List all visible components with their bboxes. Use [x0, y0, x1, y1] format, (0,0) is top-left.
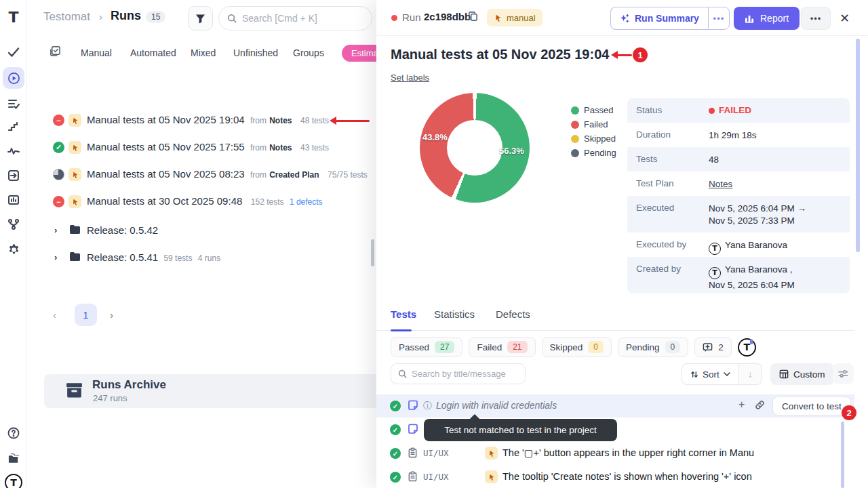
test-row[interactable]: ✓ UI/UX The '▢+' button appears in the u…	[376, 442, 854, 465]
legend-dot-skipped	[571, 135, 579, 143]
passed-count-badge: 27	[435, 341, 454, 353]
chip-label: Pending	[626, 342, 660, 352]
link-icon[interactable]	[755, 400, 765, 413]
failed-count-badge: 21	[507, 341, 527, 353]
release-row[interactable]: › Release: 0.5.42	[27, 224, 376, 251]
test-row[interactable]: ✓ ⓘ Login with invalid credentials + Con…	[376, 394, 854, 418]
filter-button[interactable]	[188, 6, 213, 30]
chevron-right-icon[interactable]: ›	[54, 225, 57, 235]
sidebar-item-import-icon[interactable]	[3, 165, 24, 186]
sidebar-item-branches-icon[interactable]	[3, 214, 24, 235]
results-donut-chart: 56.3% 43.8%	[420, 93, 530, 203]
sidebar-item-testplans-icon[interactable]	[3, 93, 24, 115]
chevron-right-icon[interactable]: ›	[54, 252, 57, 262]
tab-defects[interactable]: Defects	[496, 308, 530, 320]
list-scrollbar-thumb[interactable]	[841, 422, 844, 488]
select-runs-icon[interactable]	[50, 45, 61, 60]
release-row[interactable]: › Release: 0.5.41 59 tests 4 runs	[27, 251, 376, 278]
created-by-user: Yana Baranova ,	[725, 264, 793, 274]
detail-label: Executed	[627, 196, 709, 232]
sidebar-item-activity-icon[interactable]	[3, 140, 24, 162]
chip-comments[interactable]: 2	[694, 337, 732, 357]
run-row[interactable]: − Manual tests at 05 Nov 2025 19:04 from…	[27, 113, 376, 140]
sidebar-item-settings-icon[interactable]	[3, 239, 24, 260]
runs-search[interactable]	[218, 6, 372, 30]
run-plan: Created Plan	[269, 170, 319, 180]
overflow-menu-button[interactable]: •••	[801, 7, 831, 30]
detail-label: Status	[627, 98, 709, 123]
app-logo[interactable]: T	[3, 6, 24, 28]
close-panel-icon[interactable]: ✕	[840, 11, 850, 26]
test-title: The '▢+' button appears in the upper rig…	[502, 447, 754, 458]
add-icon[interactable]: +	[738, 399, 745, 411]
app-screen: T	[0, 0, 868, 488]
chip-skipped[interactable]: Skipped0	[542, 337, 612, 357]
detail-value-tests: 48	[709, 147, 850, 171]
page-1-button[interactable]: 1	[75, 304, 97, 326]
sort-button[interactable]: Sort	[682, 363, 739, 385]
user-avatar[interactable]: T	[3, 472, 24, 488]
tab-mixed[interactable]: Mixed	[191, 47, 216, 58]
tab-tests[interactable]: Tests	[391, 308, 416, 320]
sidebar-item-runs-icon[interactable]	[3, 67, 24, 89]
annotation-arrowline-1	[617, 54, 632, 56]
run-row[interactable]: Manual tests at 05 Nov 2025 08:23 from C…	[27, 167, 376, 194]
legend-label: Failed	[584, 119, 608, 129]
tab-automated[interactable]: Automated	[130, 47, 176, 58]
chip-failed[interactable]: Failed21	[469, 337, 535, 357]
sort-arrows-icon	[690, 370, 698, 379]
left-scrollbar-thumb[interactable]	[371, 239, 374, 266]
run-title: Manual tests at 30 Oct 2025 09:48	[87, 195, 242, 207]
page-prev-icon[interactable]: ‹	[53, 309, 56, 321]
user-avatar: T	[709, 267, 721, 279]
assignee-avatar[interactable]: T	[738, 338, 756, 357]
tab-statistics[interactable]: Statistics	[434, 308, 475, 320]
archive-count: 247 runs	[93, 393, 127, 403]
run-summary-button[interactable]: Run Summary	[610, 7, 708, 30]
manual-run-icon	[68, 114, 81, 127]
run-tests-count: 152 tests	[251, 197, 284, 207]
tab-estimate[interactable]: Estimate	[342, 45, 376, 62]
convert-to-test-button[interactable]: Convert to test	[772, 396, 851, 415]
test-passed-icon: ✓	[390, 448, 401, 459]
help-icon[interactable]	[3, 422, 24, 444]
custom-columns-button[interactable]: Custom	[770, 363, 834, 385]
pending-count-badge: 0	[665, 341, 681, 353]
tab-manual[interactable]: Manual	[81, 47, 112, 58]
set-labels-link[interactable]: Set labels	[391, 73, 429, 83]
run-tests-count: 75/75 tests	[328, 170, 368, 180]
detail-scrollbar-thumb[interactable]	[856, 39, 860, 252]
legend-dot-pending	[571, 149, 579, 157]
tests-search[interactable]	[391, 363, 526, 384]
pagination: ‹ 1 ›	[27, 304, 376, 328]
runs-search-input[interactable]	[242, 13, 351, 24]
detail-label: Created by	[627, 257, 709, 293]
tests-search-input[interactable]	[412, 369, 513, 379]
tooltip: Test not matched to test in the project	[424, 419, 617, 441]
sidebar-item-checks-icon[interactable]	[3, 41, 24, 63]
detail-value-duration: 1h 29m 18s	[709, 123, 850, 147]
run-summary-more-button[interactable]: •••	[708, 7, 730, 30]
page-next-icon[interactable]: ›	[110, 309, 113, 321]
docs-icon[interactable]	[3, 447, 24, 469]
sidebar-item-steps-icon[interactable]	[3, 116, 24, 138]
sort-direction-button[interactable]: ↓	[739, 363, 762, 385]
copy-icon[interactable]	[468, 11, 478, 24]
run-row[interactable]: ✓ Manual tests at 05 Nov 2025 17:55 from…	[27, 140, 376, 167]
runs-archive-bar[interactable]: Runs Archive 247 runs	[44, 374, 376, 408]
run-plan: Notes	[269, 116, 292, 125]
breadcrumb-project[interactable]: Testomat	[43, 10, 90, 24]
list-settings-button[interactable]	[833, 363, 854, 384]
chart-legend: Passed Failed Skipped Pending	[571, 103, 616, 160]
sidebar-item-reports-icon[interactable]	[3, 189, 24, 211]
report-button[interactable]: Report	[734, 7, 800, 30]
run-defects-link[interactable]: 1 defects	[290, 197, 323, 207]
tab-groups[interactable]: Groups	[293, 47, 324, 58]
run-row[interactable]: − Manual tests at 30 Oct 2025 09:48 152 …	[27, 194, 376, 221]
tab-unfinished[interactable]: Unfinished	[233, 47, 278, 58]
test-row[interactable]: ✓ UI/UX The tooltip 'Create notes' is sh…	[376, 466, 854, 488]
test-plan-link[interactable]: Notes	[709, 179, 732, 189]
annotation-badge-2: 2	[842, 405, 856, 420]
chip-passed[interactable]: Passed27	[391, 337, 462, 357]
chip-pending[interactable]: Pending0	[618, 337, 688, 357]
